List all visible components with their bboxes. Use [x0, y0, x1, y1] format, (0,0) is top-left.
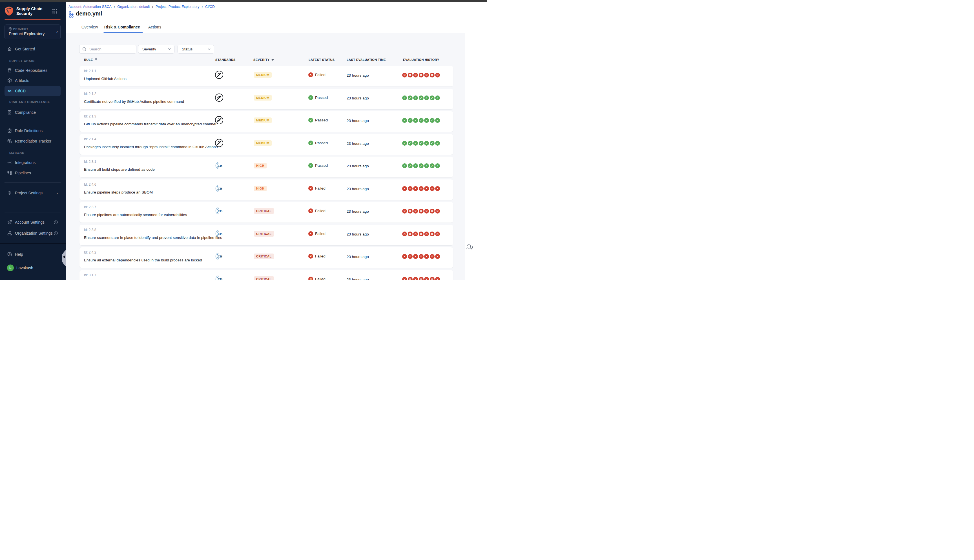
- history-fail-icon: ✕: [413, 277, 418, 280]
- sidebar-item-remediation-tracker[interactable]: Remediation Tracker: [5, 136, 61, 146]
- history-fail-icon: ✕: [435, 232, 440, 236]
- status-filter-dropdown[interactable]: Status: [178, 45, 214, 53]
- column-header-severity[interactable]: SEVERITY: [254, 58, 270, 62]
- sidebar-item-artifacts[interactable]: Artifacts: [5, 75, 61, 86]
- latest-status: ✕ Failed: [309, 231, 325, 236]
- sidebar-item-cicd[interactable]: ∞ CI/CD: [5, 86, 61, 96]
- table-row[interactable]: Id: 3.1.7 CIS CRITICAL ✕ Failed 23 hours…: [80, 270, 453, 280]
- column-header-rule[interactable]: RULE: [84, 58, 93, 62]
- sidebar-item-pipelines[interactable]: Pipelines: [5, 168, 61, 178]
- history-pass-icon: ✓: [408, 163, 413, 168]
- sort-icon[interactable]: [95, 57, 97, 60]
- tab-actions[interactable]: Actions: [148, 25, 161, 29]
- breadcrumb-page-link[interactable]: CI/CD: [205, 5, 215, 9]
- status-text: Failed: [315, 254, 325, 258]
- pipeline-title-icon: [68, 11, 74, 18]
- severity-badge: CRITICAL: [254, 276, 274, 280]
- latest-status: ✓ Passed: [309, 95, 328, 100]
- help-chat-icon: ?: [7, 252, 12, 257]
- status-filter-label: Status: [182, 47, 192, 51]
- search-icon: [82, 47, 87, 51]
- table-row[interactable]: Id: 2.1.1 Unpinned GitHub Actions CIS ME…: [80, 66, 453, 87]
- sidebar-item-label: Help: [15, 252, 23, 257]
- info-icon[interactable]: [54, 231, 58, 235]
- sidebar-item-compliance[interactable]: Compliance: [5, 107, 61, 117]
- status-text: Failed: [315, 277, 325, 280]
- sidebar-item-get-started[interactable]: Get Started: [5, 44, 61, 54]
- status-text: Failed: [315, 186, 325, 190]
- table-row[interactable]: Id: 2.4.6 Ensure pipeline steps produce …: [80, 180, 453, 200]
- status-icon: ✕: [309, 254, 313, 258]
- tab-overview[interactable]: Overview: [82, 25, 98, 29]
- sidebar-item-project-settings[interactable]: Project Settings ›: [5, 188, 61, 198]
- table-row[interactable]: Id: 2.4.2 Ensure all external dependenci…: [80, 247, 453, 268]
- rule-name: Ensure pipelines are automatically scann…: [84, 213, 187, 217]
- history-pass-icon: ✓: [402, 95, 407, 100]
- latest-status: ✓ Passed: [309, 140, 328, 145]
- severity-filter-dropdown[interactable]: Severity: [138, 45, 175, 53]
- svg-text:CIS: CIS: [218, 210, 223, 213]
- project-name: Product Exploratory: [9, 32, 45, 36]
- sidebar-item-label: CI/CD: [15, 89, 26, 93]
- owasp-standard-icon: [215, 138, 223, 147]
- sidebar-item-integrations[interactable]: Integrations: [5, 157, 61, 168]
- severity-badge: CRITICAL: [254, 231, 274, 237]
- rule-id: Id: 2.1.1: [84, 69, 96, 73]
- table-row[interactable]: Id: 2.3.1 Ensure all build steps are def…: [80, 157, 453, 177]
- history-pass-icon: ✓: [430, 163, 435, 168]
- logo-accent-divider: [5, 20, 61, 20]
- table-row[interactable]: Id: 2.1.3 GitHub Actions pipeline comman…: [80, 111, 453, 132]
- last-evaluation-time: 23 hours ago: [347, 96, 369, 100]
- sidebar-item-account-settings[interactable]: Account Settings: [5, 217, 61, 227]
- sidebar-item-label: Account Settings: [15, 220, 45, 225]
- status-icon: ✓: [309, 140, 313, 145]
- rule-id: Id: 2.4.2: [84, 250, 96, 254]
- last-evaluation-time: 23 hours ago: [347, 73, 369, 77]
- search-box: [79, 45, 137, 53]
- sidebar-item-code-repositories[interactable]: Code Repositories: [5, 65, 61, 75]
- sidebar-section-manage: MANAGE: [9, 152, 24, 155]
- severity-badge: MEDIUM: [254, 95, 272, 100]
- tab-risk-compliance[interactable]: Risk & Compliance: [104, 25, 140, 29]
- table-row[interactable]: Id: 2.3.8 Ensure scanners are in place t…: [80, 225, 453, 245]
- history-fail-icon: ✕: [408, 277, 413, 280]
- table-row[interactable]: Id: 2.3.7 Ensure pipelines are automatic…: [80, 202, 453, 223]
- evaluation-history: ✕✕✕✕✕✕✕: [402, 277, 440, 280]
- sidebar-item-rule-definitions[interactable]: Rule Definitions: [5, 126, 61, 136]
- breadcrumb-account-link[interactable]: Account: Automation-SSCA: [68, 5, 112, 9]
- breadcrumb-separator: ›: [114, 5, 115, 9]
- history-fail-icon: ✕: [402, 73, 407, 77]
- history-fail-icon: ✕: [408, 209, 413, 213]
- history-fail-icon: ✕: [424, 73, 429, 77]
- evaluation-history: ✕✕✕✕✕✕✕: [402, 186, 440, 191]
- history-fail-icon: ✕: [424, 209, 429, 213]
- status-icon: ✕: [309, 72, 313, 77]
- app-title: Supply ChainSecurity: [16, 6, 43, 16]
- history-pass-icon: ✓: [430, 118, 435, 123]
- evaluation-history: ✓✓✓✓✓✓✓: [402, 118, 440, 123]
- status-text: Failed: [315, 73, 325, 77]
- table-row[interactable]: Id: 2.1.2 Certificate not verified by Gi…: [80, 89, 453, 109]
- sidebar-item-help[interactable]: ? Help: [5, 249, 61, 260]
- project-selector[interactable]: PROJECT Product Exploratory ›: [5, 25, 61, 39]
- info-icon[interactable]: [54, 220, 58, 224]
- severity-badge: CRITICAL: [254, 253, 274, 259]
- table-row[interactable]: Id: 2.1.4 Packages insecurely installed …: [80, 134, 453, 155]
- latest-status: ✓ Passed: [309, 118, 328, 123]
- history-pass-icon: ✓: [408, 95, 413, 100]
- history-pass-icon: ✓: [435, 118, 440, 123]
- svg-text:CIS: CIS: [218, 164, 223, 167]
- history-fail-icon: ✕: [402, 277, 407, 280]
- breadcrumb-organization-link[interactable]: Organization: default: [117, 5, 150, 9]
- last-evaluation-time: 23 hours ago: [347, 232, 369, 236]
- status-text: Failed: [315, 209, 325, 213]
- help-chat-launcher-icon[interactable]: [466, 243, 473, 250]
- breadcrumb-project-link[interactable]: Project: Product Exploratory: [155, 5, 200, 9]
- status-text: Passed: [315, 95, 328, 100]
- history-pass-icon: ✓: [402, 118, 407, 123]
- search-input[interactable]: [89, 47, 132, 52]
- sidebar-item-organization-settings[interactable]: Organization Settings: [5, 228, 61, 238]
- app-switcher-grid-icon[interactable]: [52, 9, 57, 13]
- project-label: PROJECT: [13, 27, 28, 30]
- sidebar-user-profile[interactable]: L Lavakush: [5, 263, 61, 273]
